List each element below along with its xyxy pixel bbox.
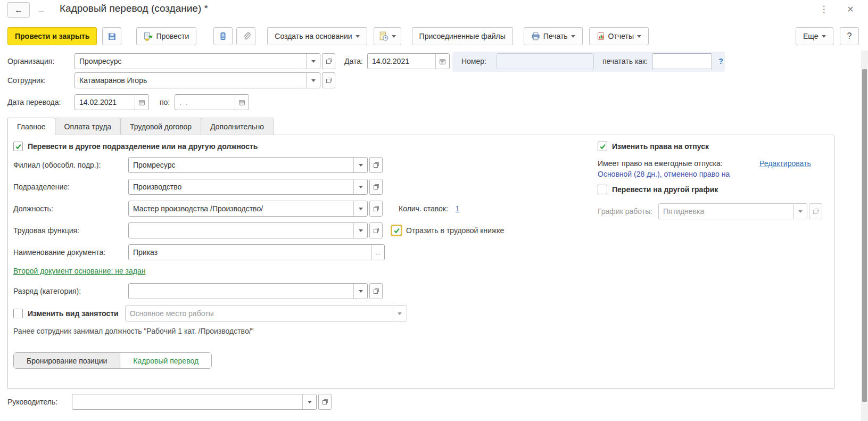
labor-function-open-button[interactable] — [369, 222, 383, 238]
other-schedule-checkbox[interactable] — [598, 185, 607, 194]
organization-open-button[interactable] — [322, 53, 335, 69]
more-button[interactable]: Еще — [796, 27, 833, 45]
transfer-date-to-input[interactable] — [175, 95, 235, 110]
manager-input[interactable] — [72, 394, 302, 409]
department-input[interactable] — [129, 179, 353, 194]
reflect-in-workbook-checkbox[interactable] — [392, 226, 401, 235]
save-button[interactable] — [102, 27, 121, 45]
tab-trudovoy-dogovor[interactable]: Трудовой договор — [120, 118, 201, 135]
help-icon: ? — [847, 31, 852, 41]
position-open-button[interactable] — [369, 201, 383, 217]
labor-function-label: Трудовая функция: — [13, 226, 128, 235]
change-vacation-rights-checkbox[interactable] — [598, 142, 607, 151]
branch-input[interactable] — [129, 158, 353, 172]
document-name-label: Наименование документа: — [13, 248, 128, 257]
change-employment-checkbox[interactable] — [13, 309, 23, 318]
chevron-down-icon — [359, 290, 363, 293]
check-icon — [393, 227, 400, 234]
number-input[interactable] — [497, 53, 594, 69]
transfer-date-input[interactable] — [75, 95, 135, 110]
position-dropdown-button[interactable] — [353, 201, 367, 216]
tab-oplata-truda[interactable]: Оплата труда — [55, 118, 121, 135]
labor-function-input[interactable] — [129, 223, 353, 238]
labor-function-dropdown-button[interactable] — [353, 223, 367, 238]
tab-bar: Главное Оплата труда Трудовой договор До… — [7, 118, 273, 135]
help-button[interactable]: ? — [840, 27, 859, 45]
grade-open-button[interactable] — [369, 283, 383, 299]
transfer-date-to-calendar-button[interactable] — [235, 95, 249, 110]
organization-input[interactable] — [75, 54, 306, 69]
number-help-link[interactable]: ? — [718, 57, 723, 65]
create-based-on-button[interactable]: Создать на основании — [267, 27, 367, 45]
employee-open-button[interactable] — [322, 72, 335, 88]
grade-field — [128, 283, 368, 299]
reflect-in-workbook-label: Отразить в трудовой книжке — [406, 226, 504, 235]
previous-position-note: Ранее сотрудник занимал должность "Рабоч… — [13, 327, 254, 335]
attached-files-button[interactable]: Присоединенные файлы — [412, 27, 513, 45]
number-label: Номер: — [461, 57, 493, 65]
printer-icon — [531, 32, 540, 41]
manager-label: Руководитель: — [7, 398, 72, 406]
register-records-button[interactable] — [213, 27, 233, 45]
manager-dropdown-button[interactable] — [302, 394, 316, 409]
print-button[interactable]: Печать — [524, 27, 583, 45]
tab-dopolnitelno[interactable]: Дополнительно — [201, 118, 274, 135]
manager-field — [72, 394, 317, 410]
print-as-input[interactable] — [652, 53, 712, 69]
kebab-menu-icon: ⋮ — [820, 4, 829, 15]
branch-open-button[interactable] — [369, 157, 383, 173]
employment-type-dropdown-button[interactable] — [393, 306, 407, 321]
employment-type-input[interactable] — [126, 306, 393, 321]
grade-input[interactable] — [129, 284, 353, 299]
chevron-down-icon — [308, 401, 312, 403]
scrollbar-thumb[interactable] — [862, 69, 867, 402]
employee-input[interactable] — [75, 73, 306, 88]
attach-button[interactable] — [236, 27, 255, 45]
department-open-button[interactable] — [369, 179, 383, 195]
post-and-close-button[interactable]: Провести и закрыть — [7, 27, 97, 45]
ellipsis-icon: ... — [376, 251, 381, 254]
forward-button[interactable]: → — [30, 2, 53, 18]
tab-glavnoe[interactable]: Главное — [7, 118, 55, 135]
transfer-date-to-field — [175, 94, 249, 110]
back-button[interactable]: ← — [7, 2, 30, 18]
open-in-list-icon — [373, 288, 379, 294]
position-label: Должность: — [13, 204, 128, 213]
employee-dropdown-button[interactable] — [306, 73, 320, 88]
reserve-position-button[interactable]: Бронирование позиции — [14, 353, 120, 368]
dropdown-caret-icon — [637, 35, 641, 38]
reports-button[interactable]: Отчеты — [589, 27, 649, 45]
post-button[interactable]: Провести — [136, 27, 196, 45]
open-in-list-icon — [322, 399, 328, 405]
transfer-date-calendar-button[interactable] — [135, 95, 148, 110]
window-close-button[interactable]: ✕ — [842, 2, 858, 16]
rate-count-link[interactable]: 1 — [456, 204, 460, 213]
work-schedule-input[interactable] — [659, 204, 793, 219]
position-input[interactable] — [129, 201, 353, 216]
document-name-input[interactable] — [129, 245, 371, 260]
transfer-checkbox[interactable] — [13, 142, 23, 151]
report-icon — [597, 32, 605, 40]
branch-dropdown-button[interactable] — [353, 158, 367, 172]
vertical-scrollbar[interactable] — [861, 51, 868, 421]
vacation-edit-link[interactable]: Редактировать — [759, 159, 811, 168]
work-schedule-open-button[interactable] — [809, 203, 822, 219]
date-calendar-button[interactable] — [435, 54, 449, 69]
chevron-down-icon — [798, 210, 803, 213]
employee-label: Сотрудник: — [7, 76, 75, 85]
open-in-list-icon — [373, 184, 379, 190]
work-schedule-dropdown-button[interactable] — [793, 204, 807, 219]
document-clock-icon — [379, 31, 388, 41]
second-document-link[interactable]: Второй документ основание: не задан — [13, 267, 146, 275]
toolbar: Провести и закрыть Провести Создать на о… — [7, 27, 649, 45]
grade-dropdown-button[interactable] — [353, 284, 367, 299]
document-name-ellipsis-button[interactable]: ... — [371, 245, 384, 260]
periodic-documents-button[interactable] — [374, 27, 401, 45]
personnel-transfer-button[interactable]: Кадровый перевод — [120, 353, 211, 368]
organization-dropdown-button[interactable] — [306, 54, 320, 69]
window-menu-button[interactable]: ⋮ — [816, 2, 831, 16]
date-input[interactable] — [368, 54, 435, 69]
main-tab-panel: Перевести в другое подразделение или на … — [7, 135, 834, 389]
manager-open-button[interactable] — [318, 394, 332, 410]
department-dropdown-button[interactable] — [353, 179, 367, 194]
